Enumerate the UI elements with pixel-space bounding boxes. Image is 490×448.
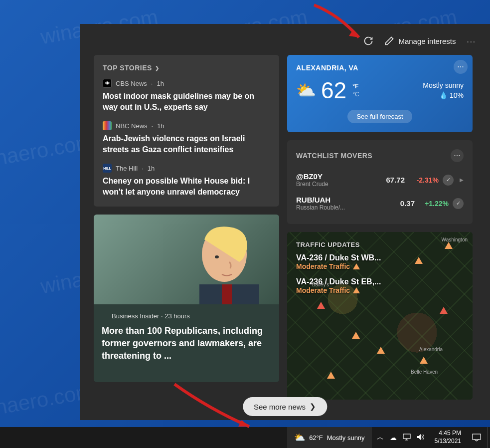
chevron-right-icon[interactable]: ▶ [460,177,464,183]
watchlist-card: WATCHLIST MOVERS ··· @BZ0Y Brent Crude 6… [287,140,473,224]
mover-price: 0.37 [389,199,415,208]
traffic-title: TRAFFIC UPDATES [296,241,464,248]
manage-interests-label: Manage interests [398,37,456,45]
source-icon: HILL [103,164,112,173]
volume-icon[interactable] [417,434,425,442]
traffic-status: Moderate Traffic [296,286,350,294]
weather-temperature: 62 [321,77,346,104]
story-item[interactable]: NBC News · 1h Arab-Jewish violence rages… [103,121,270,155]
more-icon: ··· [454,151,460,160]
taskbar-weather-temp: 62°F [309,434,323,442]
featured-story-headline: More than 100 Republicans, including for… [102,325,271,363]
svg-rect-3 [222,284,232,304]
more-options-button[interactable]: ··· [467,37,476,45]
story-item[interactable]: 👁 CBS News · 1h Most indoor mask guideli… [103,79,270,112]
story-sep: · [142,165,144,172]
tray-chevron-up-icon[interactable]: ︿ [377,433,384,442]
taskbar-weather-condition: Mostly sunny [327,434,365,442]
see-more-news-button[interactable]: See more news ❯ [243,397,327,416]
taskbar-clock[interactable]: 4:45 PM 5/13/2021 [430,430,466,445]
taskbar: ⛅ 62°F Mostly sunny ︿ ☁ 4:45 PM 5/13/202… [0,427,490,448]
story-sep: · [151,80,153,87]
story-source: NBC News [116,122,148,130]
weather-sun-cloud-icon: ⛅ [296,81,316,100]
featured-story-age: 23 hours [164,312,190,320]
mover-change: -2.31% [409,176,439,184]
chevron-right-icon: ❯ [155,65,160,71]
droplet-icon: 💧 [439,91,448,99]
map-label: Bailey's [312,282,329,287]
svg-point-1 [215,255,219,258]
source-icon: 👁 [103,79,112,88]
map-label: Washington [442,237,468,242]
news-and-interests-flyout: Manage interests ··· TOP STORIES ❯ 👁 CBS… [80,24,490,420]
featured-story-card[interactable]: Business Insider · 23 hours More than 10… [94,215,279,382]
traffic-status: Moderate Traffic [296,262,350,270]
mover-symbol: RUB/UAH [296,196,385,204]
see-more-label: See more news [254,403,306,411]
mover-price: 67.72 [379,176,405,184]
show-desktop-button[interactable] [487,427,490,448]
top-stories-header[interactable]: TOP STORIES ❯ [103,64,270,72]
story-source: CBS News [116,80,147,87]
more-icon: ··· [457,62,464,71]
watchlist-more-button[interactable]: ··· [451,149,464,162]
map-label: Belle Haven [411,369,438,375]
taskbar-date: 5/13/2021 [435,438,461,446]
weather-precipitation: 10% [450,91,464,99]
notification-icon [472,434,481,442]
traffic-card[interactable]: TRAFFIC UPDATES VA-236 / Duke St WB... M… [287,232,473,400]
story-sep: · [152,122,154,130]
chevron-right-icon: ❯ [310,402,316,411]
flyout-header: Manage interests ··· [94,33,476,55]
pencil-icon [384,36,394,46]
unit-fahrenheit[interactable]: °F [352,83,359,90]
network-icon[interactable] [403,434,411,442]
weather-condition: Mostly sunny [423,81,464,89]
top-stories-title: TOP STORIES [103,64,152,72]
watchlist-row[interactable]: @BZ0Y Brent Crude 67.72 -2.31% ✓ ▶ [296,168,464,192]
map-label: Alexandria [419,347,443,352]
story-item[interactable]: HILL The Hill · 1h Cheney on possible Wh… [103,164,270,197]
check-icon[interactable]: ✓ [443,175,454,186]
watchlist-row[interactable]: RUB/UAH Russian Rouble/... 0.37 +1.22% ✓ [296,192,464,215]
mover-name: Russian Rouble/... [296,204,385,211]
action-center-button[interactable] [466,434,487,442]
refresh-button[interactable] [363,36,373,46]
taskbar-time: 4:45 PM [435,430,461,438]
story-headline: Arab-Jewish violence rages on Israeli st… [103,133,270,155]
story-age: 1h [157,80,163,87]
see-forecast-button[interactable]: See full forecast [347,110,412,123]
mover-change: +1.22% [419,200,449,208]
mover-name: Brent Crude [296,181,375,188]
traffic-item: VA-236 / Duke St WB... Moderate Traffic [296,253,464,270]
taskbar-weather-button[interactable]: ⛅ 62°F Mostly sunny [287,427,371,448]
svg-marker-5 [238,420,249,427]
story-headline: Cheney on possible White House bid: I wo… [103,176,270,197]
warning-icon [353,287,360,293]
warning-icon [353,263,360,269]
weather-location: ALEXANDRIA, VA [296,64,464,72]
featured-story-image [94,215,279,304]
check-icon[interactable]: ✓ [453,198,464,209]
top-stories-card: TOP STORIES ❯ 👁 CBS News · 1h Most indoo… [94,55,279,207]
story-age: 1h [157,122,164,130]
weather-sun-cloud-icon: ⛅ [294,432,305,443]
mover-symbol: @BZ0Y [296,172,375,181]
svg-rect-6 [403,434,410,439]
more-icon: ··· [467,37,476,45]
svg-rect-7 [473,434,481,440]
story-source: The Hill [116,165,138,172]
story-age: 1h [148,165,155,172]
story-headline: Most indoor mask guidelines may be on wa… [103,91,270,112]
manage-interests-button[interactable]: Manage interests [384,36,456,46]
watchlist-title: WATCHLIST MOVERS [296,152,372,160]
unit-celsius[interactable]: °C [352,91,359,98]
weather-card: ··· ALEXANDRIA, VA ⛅ 62 °F °C Mostly sun… [287,55,473,132]
traffic-road: VA-236 / Duke St WB... [296,253,464,262]
refresh-icon [363,36,373,46]
onedrive-icon[interactable]: ☁ [390,434,397,442]
featured-story-source: Business Insider [112,312,159,320]
source-icon [103,121,112,130]
weather-more-button[interactable]: ··· [454,60,468,74]
